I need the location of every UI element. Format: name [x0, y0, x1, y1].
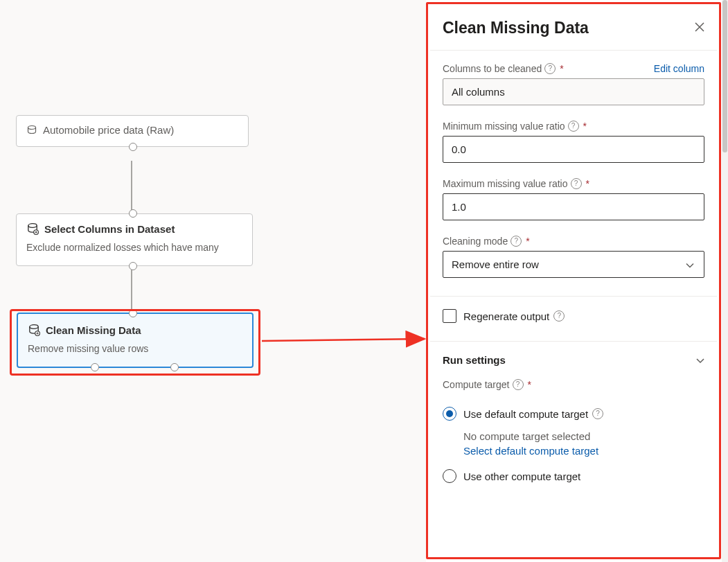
node-subtitle: Remove missing value rows [18, 343, 252, 362]
node-title: Automobile price data (Raw) [43, 124, 174, 136]
compute-target-label: Compute target ? * [443, 379, 531, 390]
module-icon [28, 324, 40, 336]
svg-point-3 [30, 325, 38, 329]
callout-arrow [0, 0, 429, 562]
help-icon[interactable]: ? [511, 236, 522, 247]
module-icon [26, 222, 39, 235]
run-settings-toggle[interactable]: Run settings [443, 354, 704, 366]
radio-default-compute[interactable]: Use default compute target ? [443, 407, 704, 421]
svg-line-5 [262, 339, 425, 341]
columns-label: Columns to be cleaned ? * [443, 63, 564, 74]
min-ratio-input[interactable]: 0.0 [443, 136, 704, 163]
checkbox-icon [443, 309, 456, 323]
edit-column-link[interactable]: Edit column [654, 63, 704, 74]
chevron-down-icon [696, 354, 704, 366]
cleaning-mode-label: Cleaning mode ? * [443, 236, 530, 247]
output-port[interactable] [129, 262, 137, 270]
help-icon[interactable]: ? [571, 178, 582, 189]
node-select-columns[interactable]: Select Columns in Dataset Exclude normal… [16, 213, 253, 266]
help-icon[interactable]: ? [592, 408, 603, 419]
input-port[interactable] [129, 209, 137, 218]
chevron-down-icon [686, 258, 694, 270]
panel-title: Clean Missing Data [443, 19, 589, 37]
radio-other-compute[interactable]: Use other compute target [443, 469, 704, 483]
columns-value-box[interactable]: All columns [443, 78, 704, 105]
regenerate-section: Regenerate output ? [430, 297, 717, 342]
node-subtitle: Exclude normalized losses which have man… [17, 242, 252, 261]
svg-point-1 [28, 224, 37, 228]
radio-icon [443, 469, 456, 483]
output-port-1[interactable] [91, 363, 99, 371]
default-compute-status: No compute target selected [463, 430, 704, 442]
node-clean-missing-data[interactable]: Clean Missing Data Remove missing value … [17, 313, 254, 368]
scrollbar-thumb[interactable] [722, 0, 727, 152]
output-port[interactable] [129, 143, 137, 151]
page-scrollbar[interactable] [722, 0, 728, 562]
output-port-2[interactable] [170, 363, 179, 371]
node-title: Select Columns in Dataset [44, 223, 175, 235]
run-settings-section: Run settings Compute target ? * Use defa… [430, 342, 717, 511]
pipeline-canvas[interactable]: Automobile price data (Raw) Select Colum… [0, 0, 426, 562]
svg-point-0 [28, 125, 36, 129]
node-title: Clean Missing Data [46, 324, 141, 336]
max-ratio-input[interactable]: 1.0 [443, 193, 704, 220]
panel-fields-section: Columns to be cleaned ? * Edit column Al… [430, 51, 717, 297]
properties-panel-callout: Clean Missing Data Columns to be cleaned… [426, 2, 721, 559]
pipeline-connectors-svg [0, 0, 426, 562]
regenerate-label: Regenerate output [463, 310, 549, 322]
close-icon[interactable] [695, 22, 704, 34]
max-ratio-label: Maximum missing value ratio ? * [443, 178, 589, 189]
input-port[interactable] [129, 309, 137, 317]
help-icon[interactable]: ? [553, 310, 565, 322]
help-icon[interactable]: ? [513, 379, 524, 390]
min-ratio-label: Minimum missing value ratio ? * [443, 121, 587, 132]
radio-icon [443, 407, 456, 421]
help-icon[interactable]: ? [568, 121, 579, 132]
database-icon [26, 125, 37, 136]
cleaning-mode-select[interactable]: Remove entire row [443, 251, 704, 278]
regenerate-output-checkbox[interactable]: Regenerate output ? [443, 309, 704, 323]
select-default-compute-link[interactable]: Select default compute target [463, 445, 704, 457]
help-icon[interactable]: ? [544, 63, 556, 74]
node-dataset-automobile[interactable]: Automobile price data (Raw) [16, 115, 249, 147]
properties-panel: Clean Missing Data Columns to be cleaned… [430, 6, 717, 555]
